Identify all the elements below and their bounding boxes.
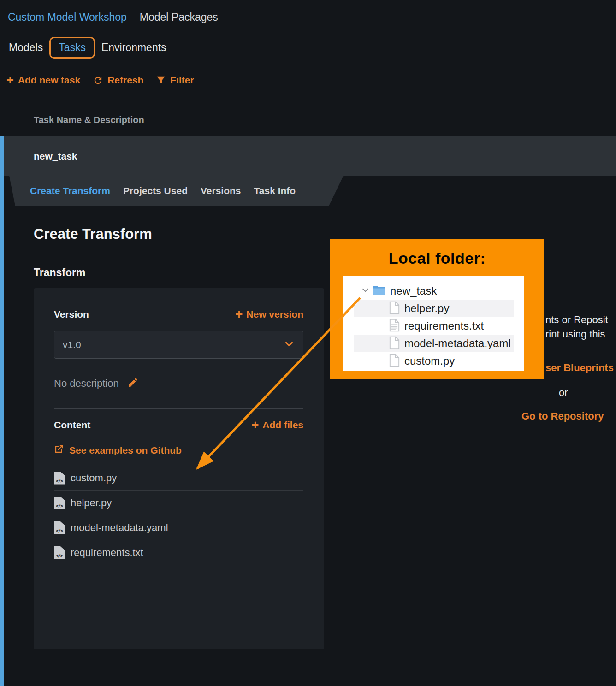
document-icon	[389, 336, 400, 351]
finder-folder-name: new_task	[390, 284, 437, 297]
side-panel-text-line2: rint using this	[545, 328, 605, 340]
finder-file-name: helper.py	[404, 302, 449, 315]
local-folder-callout: Local folder: new_task helper.py require…	[330, 239, 544, 379]
document-icon	[389, 354, 400, 369]
task-toolbar: + Add new task Refresh Filter	[6, 75, 194, 86]
file-name: custom.py	[71, 472, 117, 484]
finder-row-file: custom.py	[343, 352, 524, 370]
task-detail-tab-bar: Create Transform Projects Used Versions …	[4, 176, 350, 206]
document-icon	[389, 301, 400, 316]
new-version-label: New version	[246, 309, 303, 320]
callout-title: Local folder:	[330, 249, 544, 267]
file-row-model-metadata-yaml[interactable]: </> model-metadata.yaml	[54, 515, 303, 540]
finder-file-name: model-metadata.yaml	[404, 337, 511, 350]
or-text: or	[559, 387, 568, 399]
subtab-create-transform[interactable]: Create Transform	[30, 185, 110, 196]
column-header-task-name: Task Name & Description	[34, 115, 144, 125]
github-examples-label: See examples on Github	[69, 445, 182, 456]
refresh-icon	[93, 75, 103, 86]
tab-models[interactable]: Models	[8, 38, 44, 58]
external-link-icon	[54, 444, 64, 456]
transform-section-title: Transform	[34, 266, 85, 279]
file-row-requirements-txt[interactable]: </> requirements.txt	[54, 540, 303, 565]
task-row-name: new_task	[34, 151, 77, 162]
description-text: No description	[54, 378, 119, 390]
add-files-label: Add files	[262, 420, 303, 431]
finder-row-root: new_task	[343, 282, 524, 300]
finder-row-file: model-metadata.yaml	[343, 335, 524, 352]
filter-button[interactable]: Filter	[156, 75, 194, 86]
version-label: Version	[54, 309, 89, 320]
code-file-icon: </>	[54, 497, 65, 509]
transform-panel: Version + New version v1.0 No descriptio…	[34, 288, 324, 649]
refresh-button[interactable]: Refresh	[93, 75, 143, 86]
github-examples-link[interactable]: See examples on Github	[54, 444, 182, 456]
code-file-icon: </>	[54, 546, 65, 559]
subtab-projects-used[interactable]: Projects Used	[123, 185, 188, 196]
finder-file-name: requirements.txt	[404, 319, 484, 332]
pencil-icon[interactable]	[127, 377, 139, 390]
file-name: requirements.txt	[71, 547, 143, 559]
file-row-custom-py[interactable]: </> custom.py	[54, 466, 303, 491]
version-dropdown[interactable]: v1.0	[54, 331, 303, 359]
filter-icon	[156, 75, 166, 85]
finder-row-file: requirements.txt	[343, 317, 524, 335]
breadcrumb-model-packages[interactable]: Model Packages	[140, 11, 218, 24]
user-blueprint-link[interactable]: ser Blueprints	[545, 362, 614, 374]
file-row-helper-py[interactable]: </> helper.py	[54, 491, 303, 515]
chevron-expand-icon	[361, 286, 369, 296]
side-panel-text-line1: nts or Reposit	[545, 314, 608, 326]
code-file-icon: </>	[54, 521, 65, 534]
page-title: Create Transform	[34, 226, 152, 242]
content-header-row: Content + Add files	[54, 420, 303, 431]
add-files-button[interactable]: + Add files	[252, 420, 303, 431]
finder-window: new_task helper.py requirements.txt mode…	[343, 276, 524, 371]
description-row: No description	[54, 377, 139, 390]
chevron-down-icon	[284, 338, 295, 351]
selected-row-indicator	[0, 136, 4, 686]
tab-tasks[interactable]: Tasks	[49, 37, 95, 59]
refresh-label: Refresh	[107, 75, 143, 86]
file-name: helper.py	[71, 497, 112, 509]
content-file-list: </> custom.py </> helper.py </> model-me…	[54, 466, 303, 565]
folder-icon	[373, 285, 385, 297]
task-row[interactable]: new_task	[4, 136, 616, 176]
add-new-task-button[interactable]: + Add new task	[6, 75, 80, 86]
subtab-task-info[interactable]: Task Info	[254, 185, 296, 196]
plus-icon: +	[236, 310, 243, 319]
content-label: Content	[54, 420, 90, 431]
breadcrumb: Custom Model Workshop Model Packages	[8, 11, 218, 24]
add-new-task-label: Add new task	[18, 75, 80, 86]
breadcrumb-custom-model-workshop[interactable]: Custom Model Workshop	[8, 11, 127, 24]
go-to-repository-link[interactable]: Go to Repository	[521, 410, 604, 422]
new-version-button[interactable]: + New version	[236, 309, 304, 320]
file-name: model-metadata.yaml	[71, 522, 168, 534]
code-file-icon: </>	[54, 472, 65, 485]
version-header-row: Version + New version	[54, 309, 303, 320]
finder-row-file: helper.py	[343, 300, 524, 317]
plus-icon: +	[252, 420, 259, 430]
text-document-icon	[389, 319, 400, 334]
divider	[54, 408, 303, 409]
subtab-versions[interactable]: Versions	[201, 185, 241, 196]
filter-label: Filter	[170, 75, 194, 86]
top-tab-bar: Models Tasks Environments	[8, 37, 167, 59]
tab-environments[interactable]: Environments	[101, 38, 167, 58]
finder-file-name: custom.py	[404, 355, 455, 367]
plus-icon: +	[6, 76, 14, 85]
version-dropdown-value: v1.0	[63, 339, 81, 350]
